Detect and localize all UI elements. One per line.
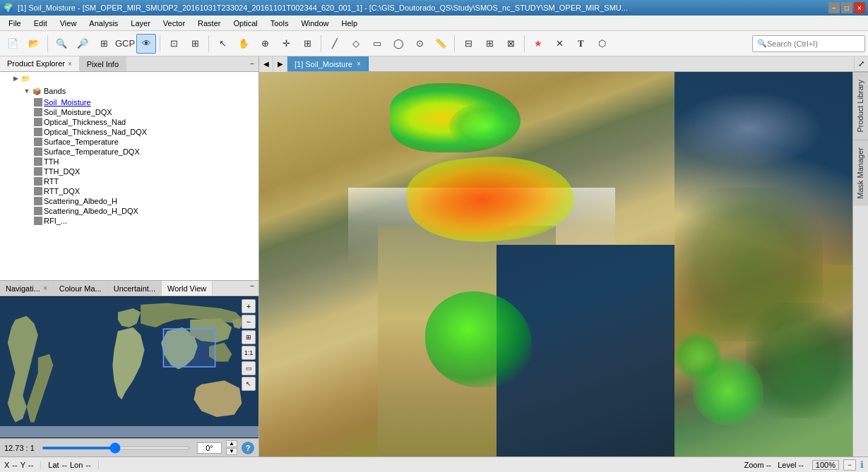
tab-uncertainty[interactable]: Uncertaint... [108, 281, 162, 296]
tb-cross[interactable]: ✕ [549, 34, 569, 54]
status-zoom-out-btn[interactable]: − [843, 459, 856, 471]
tree-item-rfi[interactable]: RFI_... [0, 216, 258, 226]
map-nav-left[interactable]: ◀ [259, 56, 273, 72]
zoom-select-btn[interactable]: ▭ [242, 361, 256, 375]
cursor-btn[interactable]: ↖ [242, 377, 256, 391]
search-input[interactable] [767, 40, 852, 48]
tab-navigation[interactable]: Navigati... × [0, 281, 54, 296]
tree-bands-folder[interactable]: ▼ 📦 Bands [0, 85, 258, 97]
tb-grid-rows[interactable]: ⊞ [480, 34, 499, 54]
tb-measure[interactable]: 📏 [431, 34, 451, 54]
menu-raster[interactable]: Raster [192, 18, 226, 29]
map-tab-soil-moisture[interactable]: [1] Soil_Moisture × [287, 56, 369, 71]
angle-up-btn[interactable]: ▲ [226, 440, 237, 447]
tree-item-surface-temp-dqx[interactable]: Surface_Temperature_DQX [0, 147, 258, 157]
menu-tools[interactable]: Tools [265, 18, 295, 29]
tree-item-scatter-albedo[interactable]: Scattering_Albedo_H [0, 196, 258, 206]
zoom-in-btn[interactable]: + [242, 299, 256, 313]
menu-layer[interactable]: Layer [125, 18, 156, 29]
tb-crosshair[interactable]: ✛ [276, 34, 296, 54]
zoom-actual-btn[interactable]: 1:1 [242, 346, 256, 360]
menu-help[interactable]: Help [336, 18, 364, 29]
tb-open[interactable]: 📂 [24, 34, 44, 54]
tb-view[interactable]: 👁 [136, 34, 156, 54]
tree-item-surface-temp[interactable]: Surface_Temperature [0, 137, 258, 147]
band-icon-11 [34, 197, 42, 205]
expand-arrow[interactable]: ▶ [11, 75, 20, 82]
tb-zoom-fit[interactable]: ⊞ [297, 34, 317, 54]
tb-star[interactable]: ★ [528, 34, 548, 54]
tree-item-optical-thickness-dqx[interactable]: Optical_Thickness_Nad_DQX [0, 127, 258, 137]
zoom-out-btn[interactable]: − [242, 315, 256, 329]
tb-draw-circle[interactable]: ◯ [388, 34, 408, 54]
tb-draw-point[interactable]: ⊙ [410, 34, 429, 54]
tree-item-tth[interactable]: TTH [0, 157, 258, 167]
help-button[interactable]: ? [242, 442, 254, 454]
minimize-button[interactable]: − [828, 2, 840, 13]
menu-analysis[interactable]: Analysis [83, 18, 124, 29]
band-icon-5 [34, 138, 42, 146]
lon-value: -- [85, 461, 90, 469]
tb-symbol[interactable]: ⬡ [592, 34, 612, 54]
tree-item-rtt-dqx[interactable]: RTT_DQX [0, 186, 258, 196]
band-icon-12 [34, 207, 42, 215]
menu-view[interactable]: View [54, 18, 83, 29]
search-box[interactable]: 🔍 [752, 35, 865, 52]
tree-root[interactable]: ▶ 📁 [0, 72, 258, 85]
tab-navigation-close[interactable]: × [43, 284, 47, 292]
close-button[interactable]: × [854, 2, 865, 13]
panel-minimize-btn[interactable]: − [246, 59, 258, 69]
tab-world-view[interactable]: World View [162, 281, 213, 296]
tb-arrow[interactable]: ↖ [213, 34, 232, 54]
maximize-button[interactable]: □ [841, 2, 852, 13]
map-tab-close[interactable]: × [357, 60, 361, 68]
tb-qr[interactable]: ⊞ [185, 34, 205, 54]
sidebar-product-library[interactable]: Product Library [853, 72, 868, 140]
bottom-panel-minimize[interactable]: − [246, 281, 258, 296]
menu-optical[interactable]: Optical [227, 18, 263, 29]
menu-file[interactable]: File [3, 18, 27, 29]
app-icon: 🌍 [3, 3, 13, 13]
menu-bar: File Edit View Analysis Layer Vector Ras… [0, 16, 868, 31]
menu-edit[interactable]: Edit [28, 18, 53, 29]
map-tab-label: [1] Soil_Moisture [295, 60, 352, 68]
map-expand-btn[interactable]: ⤢ [854, 56, 868, 72]
map-view[interactable] [259, 72, 852, 456]
world-map-svg[interactable] [0, 296, 258, 438]
tab-product-explorer[interactable]: Product Explorer × [0, 56, 80, 71]
menu-window[interactable]: Window [295, 18, 334, 29]
tab-pixel-info[interactable]: Pixel Info [80, 56, 126, 71]
zoom-fit-btn[interactable]: ⊞ [242, 330, 256, 344]
tree-item-rtt[interactable]: RTT [0, 176, 258, 186]
tree-item-tth-dqx[interactable]: TTH_DQX [0, 167, 258, 176]
tree-item-optical-thickness[interactable]: Optical_Thickness_Nad [0, 117, 258, 127]
tab-product-explorer-close[interactable]: × [68, 60, 72, 68]
tb-zoom-in[interactable]: 🔍 [52, 34, 71, 54]
tb-hand[interactable]: ✋ [234, 34, 254, 54]
tb-grid[interactable]: ⊞ [94, 34, 114, 54]
tree-item-soil-moisture-dqx[interactable]: Soil_Moisture_DQX [0, 107, 258, 117]
tb-draw-line[interactable]: ╱ [325, 34, 345, 54]
tree-item-soil-moisture[interactable]: Soil_Moisture [0, 97, 258, 107]
status-bar: X -- Y -- Lat -- Lon -- Zoom -- Level --… [0, 456, 868, 472]
tb-new[interactable]: 📄 [3, 34, 23, 54]
tb-draw-poly[interactable]: ◇ [346, 34, 366, 54]
tb-grid2[interactable]: ⊡ [164, 34, 184, 54]
map-nav-right[interactable]: ▶ [273, 56, 287, 72]
tb-grid-cols[interactable]: ⊠ [501, 34, 521, 54]
bands-expand-arrow[interactable]: ▼ [23, 87, 31, 95]
tb-text[interactable]: 𝐓 [571, 34, 590, 54]
tb-magnify[interactable]: ⊕ [255, 34, 275, 54]
tb-draw-rect[interactable]: ▭ [367, 34, 387, 54]
tb-grid-lines[interactable]: ⊟ [458, 34, 478, 54]
tree-item-scatter-albedo-dqx[interactable]: Scattering_Albedo_H_DQX [0, 206, 258, 216]
tab-colour-map[interactable]: Colour Ma... [54, 281, 108, 296]
tb-gcp[interactable]: GCP [115, 34, 135, 54]
angle-down-btn[interactable]: ▼ [226, 448, 237, 455]
sidebar-mask-manager[interactable]: Mask Manager [853, 140, 868, 206]
tb-zoom-out[interactable]: 🔎 [73, 34, 93, 54]
zoom-slider[interactable] [42, 447, 190, 449]
zoom-status: Zoom -- Level -- [744, 461, 804, 469]
band-label-5: Surface_Temperature [44, 138, 119, 146]
menu-vector[interactable]: Vector [157, 18, 191, 29]
